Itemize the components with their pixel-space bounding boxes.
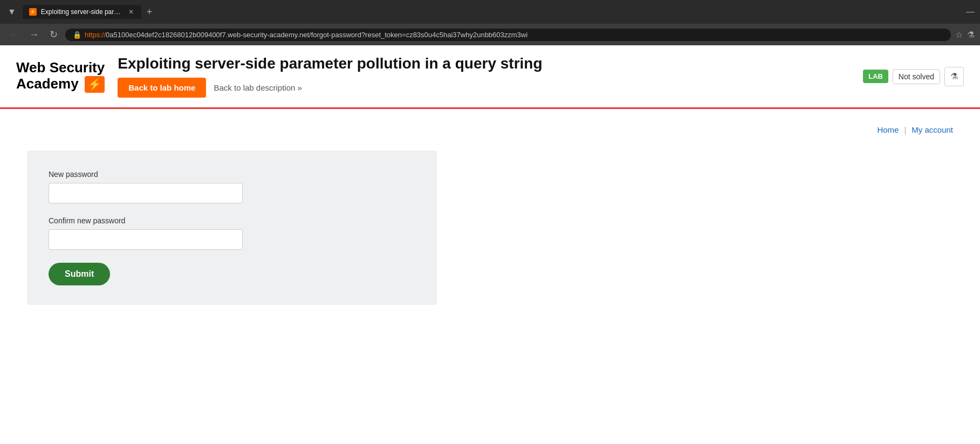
tab-bar: ⚡ Exploiting server-side param ✕ + bbox=[23, 5, 962, 19]
confirm-password-group: Confirm new password bbox=[49, 216, 415, 250]
back-to-lab-description-link[interactable]: Back to lab description » bbox=[214, 83, 301, 92]
browser-chrome: ▼ ⚡ Exploiting server-side param ✕ + — bbox=[0, 0, 980, 24]
lab-badge: LAB bbox=[863, 70, 888, 83]
submit-button[interactable]: Submit bbox=[49, 263, 110, 285]
url-body: 0a5100ec04def2c18268012b009400f7.web-sec… bbox=[106, 31, 527, 39]
header-status: LAB Not solved ⚗ bbox=[863, 67, 964, 86]
logo-icon: ⚡ bbox=[85, 76, 105, 93]
home-link[interactable]: Home bbox=[877, 125, 899, 134]
page-header: Web Security Academy ⚡ Exploiting server… bbox=[0, 45, 980, 107]
logo-text-line2: Academy ⚡ bbox=[16, 76, 105, 93]
reload-button[interactable]: ↻ bbox=[46, 28, 61, 42]
main-content: Home | My account New password Confirm n… bbox=[0, 109, 980, 321]
https-prefix: https:// bbox=[85, 31, 106, 39]
back-to-lab-home-button[interactable]: Back to lab home bbox=[118, 78, 206, 98]
forward-button[interactable]: → bbox=[26, 28, 42, 42]
logo-text-line1: Web Security bbox=[16, 60, 105, 76]
form-card: New password Confirm new password Submit bbox=[27, 151, 437, 305]
address-bar-icons: ☆ ⚗ bbox=[955, 30, 975, 40]
confirm-password-input[interactable] bbox=[49, 229, 243, 250]
new-password-group: New password bbox=[49, 170, 415, 203]
new-password-label: New password bbox=[49, 170, 415, 179]
new-password-input[interactable] bbox=[49, 183, 243, 203]
tab-close-button[interactable]: ✕ bbox=[127, 8, 135, 16]
chevron-right-icon: » bbox=[297, 83, 301, 92]
logo-area: Web Security Academy ⚡ bbox=[16, 60, 105, 93]
address-bar[interactable]: 🔒 https://0a5100ec04def2c18268012b009400… bbox=[65, 29, 951, 41]
nav-separator: | bbox=[904, 125, 906, 134]
top-nav: Home | My account bbox=[27, 125, 953, 134]
browser-right-controls: — bbox=[966, 7, 975, 17]
lab-title: Exploiting server-side parameter polluti… bbox=[118, 55, 850, 72]
bookmark-button[interactable]: ☆ bbox=[955, 30, 963, 40]
tab-title: Exploiting server-side param bbox=[41, 8, 123, 16]
header-actions: Back to lab home Back to lab description… bbox=[118, 78, 850, 98]
tab-scroll-btn[interactable]: ▼ bbox=[5, 5, 18, 18]
url-text: https://0a5100ec04def2c18268012b009400f7… bbox=[85, 31, 943, 39]
browser-controls: ▼ bbox=[5, 5, 18, 18]
header-content: Exploiting server-side parameter polluti… bbox=[118, 55, 850, 98]
not-solved-badge: Not solved bbox=[893, 69, 940, 84]
back-desc-text: Back to lab description bbox=[214, 83, 295, 92]
back-button[interactable]: ← bbox=[5, 28, 22, 42]
my-account-link[interactable]: My account bbox=[912, 125, 953, 134]
logo-academy-text: Academy bbox=[16, 76, 79, 92]
new-tab-button[interactable]: + bbox=[143, 6, 156, 18]
flask-button[interactable]: ⚗ bbox=[944, 67, 964, 86]
security-icon: 🔒 bbox=[73, 31, 81, 39]
address-bar-row: ← → ↻ 🔒 https://0a5100ec04def2c18268012b… bbox=[0, 24, 980, 45]
extensions-button[interactable]: ⚗ bbox=[967, 30, 975, 40]
minimize-button[interactable]: — bbox=[966, 7, 975, 17]
tab-favicon: ⚡ bbox=[29, 8, 37, 16]
confirm-password-label: Confirm new password bbox=[49, 216, 415, 225]
active-tab[interactable]: ⚡ Exploiting server-side param ✕ bbox=[23, 5, 141, 19]
